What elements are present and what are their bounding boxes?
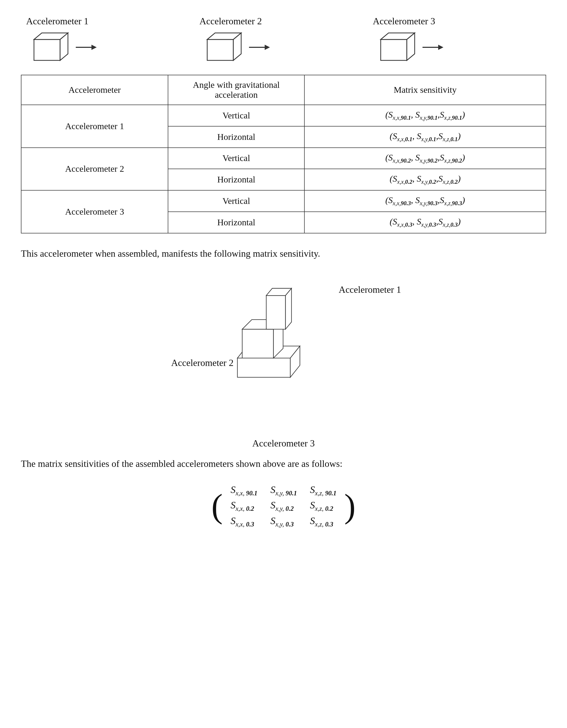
angle-horizontal-1: Horizontal [168, 126, 304, 148]
matrix-grid: Sx,x, 90.1 Sx,y, 90.1 Sx,z, 90.1 Sx,x, 0… [223, 481, 344, 531]
accelerometer-3-diagram [373, 30, 443, 64]
svg-rect-0 [34, 39, 60, 60]
matrix-h1: (Sx,x,0.1, Sx,y,0.1,Sx,z,0.1) [304, 126, 546, 148]
header-matrix: Matrix sensitivity [304, 75, 546, 105]
right-bracket-icon: ) [344, 489, 355, 523]
svg-marker-14 [438, 45, 443, 50]
svg-marker-15 [238, 358, 290, 377]
cube-2-icon [199, 30, 247, 64]
angle-horizontal-3: Horizontal [168, 212, 304, 233]
svg-marker-18 [242, 329, 274, 358]
table-row: Accelerometer 3 Vertical (Sx,x,90.3, Sx,… [21, 190, 546, 212]
table-row: Accelerometer 1 Vertical (Sx,x,90.1, Sx,… [21, 105, 546, 126]
matrix-cell-32: Sx,y, 0.3 [271, 515, 297, 528]
accelerometer-2-diagram [199, 30, 270, 64]
assembled-figure: Accelerometer 2 Accelerom [21, 271, 546, 449]
assembled-diagram-icon [218, 276, 338, 397]
accelerometer-1-label: Accelerometer 1 [26, 16, 89, 27]
accel-1-cell: Accelerometer 1 [21, 105, 168, 148]
sensitivity-table: Accelerometer Angle with gravitational a… [21, 75, 546, 233]
svg-rect-5 [207, 39, 233, 60]
angle-vertical-2: Vertical [168, 148, 304, 169]
accelerometer-3-label: Accelerometer 3 [373, 16, 435, 27]
accelerometer-1-item: Accelerometer 1 [26, 16, 199, 64]
paragraph-2: The matrix sensitivities of the assemble… [21, 457, 546, 471]
arrow-3-icon [422, 42, 443, 53]
cube-1-icon [26, 30, 73, 64]
svg-marker-9 [265, 45, 270, 50]
matrix-v3: (Sx,x,90.3, Sx,y,90.3,Sx,z,90.3) [304, 190, 546, 212]
matrix-cell-23: Sx,z, 0.2 [310, 499, 336, 512]
assembled-accel1-label: Accelerometer 1 [338, 284, 401, 295]
matrix-cell-31: Sx,x, 0.3 [231, 515, 258, 528]
svg-marker-4 [92, 45, 97, 50]
accel-3-cell: Accelerometer 3 [21, 190, 168, 233]
table-row: Accelerometer 2 Vertical (Sx,x,90.2, Sx,… [21, 148, 546, 169]
header-accelerometer: Accelerometer [21, 75, 168, 105]
accelerometer-3-item: Accelerometer 3 [373, 16, 546, 64]
matrix-cell-13: Sx,z, 90.1 [310, 484, 336, 497]
matrix-v2: (Sx,x,90.2, Sx,y,90.2,Sx,z,90.2) [304, 148, 546, 169]
left-bracket-icon: ( [212, 489, 223, 523]
svg-marker-23 [285, 288, 291, 329]
svg-marker-21 [266, 295, 285, 329]
angle-horizontal-2: Horizontal [168, 169, 304, 190]
accel-2-cell: Accelerometer 2 [21, 148, 168, 191]
svg-rect-10 [381, 39, 407, 60]
matrix-cell-22: Sx,y, 0.2 [271, 499, 297, 512]
accelerometer-2-item: Accelerometer 2 [199, 16, 372, 64]
matrix-h3: (Sx,x,0.3, Sx,y,0.3,Sx,z,0.3) [304, 212, 546, 233]
accelerometer-1-diagram [26, 30, 97, 64]
assembled-accel3-label: Accelerometer 3 [253, 438, 315, 449]
arrow-1-icon [76, 42, 97, 53]
arrow-2-icon [249, 42, 270, 53]
matrix-cell-12: Sx,y, 90.1 [271, 484, 297, 497]
cube-3-icon [373, 30, 420, 64]
matrix-cell-11: Sx,x, 90.1 [231, 484, 258, 497]
accelerometer-2-label: Accelerometer 2 [199, 16, 262, 27]
angle-vertical-3: Vertical [168, 190, 304, 212]
angle-vertical-1: Vertical [168, 105, 304, 126]
sensitivity-table-wrapper: Accelerometer Angle with gravitational a… [21, 75, 546, 233]
matrix-display: ( Sx,x, 90.1 Sx,y, 90.1 Sx,z, 90.1 Sx,x,… [21, 481, 546, 531]
matrix-h2: (Sx,x,0.2, Sx,y,0.2,Sx,z,0.2) [304, 169, 546, 190]
paragraph-1: This accelerometer when assembled, manif… [21, 247, 546, 261]
matrix-v1: (Sx,x,90.1, Sx,y,90.1,Sx,z,90.1) [304, 105, 546, 126]
matrix-cell-21: Sx,x, 0.2 [231, 499, 258, 512]
header-angle: Angle with gravitational acceleration [168, 75, 304, 105]
top-accelerometers: Accelerometer 1 Accelerometer 2 [21, 16, 546, 64]
matrix-cell-33: Sx,z, 0.3 [310, 515, 336, 528]
